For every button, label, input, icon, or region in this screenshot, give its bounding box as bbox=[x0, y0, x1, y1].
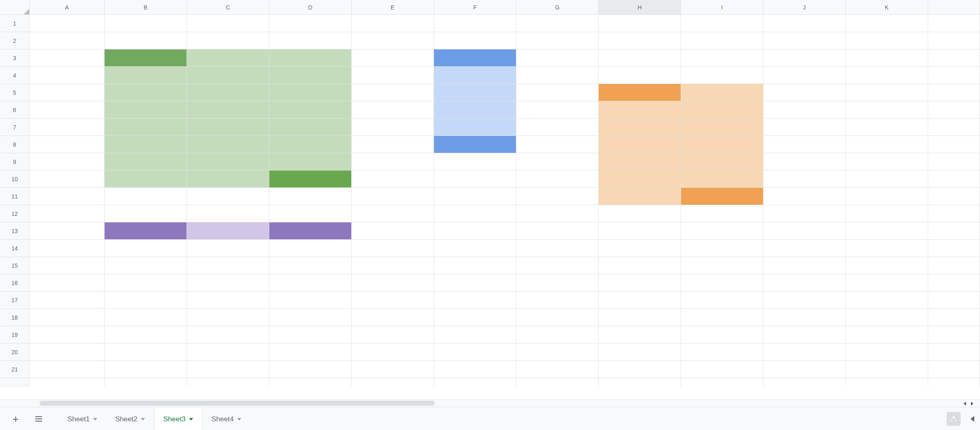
cell[interactable] bbox=[599, 67, 681, 84]
cell[interactable] bbox=[681, 32, 763, 49]
cell[interactable] bbox=[434, 84, 516, 101]
cell[interactable] bbox=[846, 171, 928, 188]
row-header[interactable]: 9 bbox=[0, 153, 30, 171]
cell[interactable] bbox=[763, 32, 846, 49]
cell[interactable] bbox=[846, 101, 928, 119]
cell[interactable] bbox=[763, 101, 846, 119]
cell[interactable] bbox=[681, 344, 763, 361]
cell[interactable] bbox=[352, 49, 434, 67]
cell[interactable] bbox=[928, 84, 980, 101]
cell[interactable] bbox=[763, 15, 846, 32]
horizontal-scroll-track[interactable] bbox=[30, 400, 961, 407]
row-header[interactable]: 8 bbox=[0, 136, 30, 153]
cell[interactable] bbox=[681, 292, 763, 309]
cell[interactable] bbox=[681, 84, 763, 101]
cell[interactable] bbox=[846, 153, 928, 171]
cell[interactable] bbox=[269, 15, 352, 32]
cell[interactable] bbox=[105, 171, 187, 188]
cell[interactable] bbox=[352, 309, 434, 326]
cell[interactable] bbox=[105, 101, 187, 119]
cell[interactable] bbox=[30, 32, 105, 49]
row-header[interactable]: 15 bbox=[0, 257, 30, 274]
cell[interactable] bbox=[928, 153, 980, 171]
cell[interactable] bbox=[105, 378, 187, 386]
cell[interactable] bbox=[763, 326, 846, 344]
cell[interactable] bbox=[763, 171, 846, 188]
cell[interactable] bbox=[105, 153, 187, 171]
cell[interactable] bbox=[516, 119, 599, 136]
cell[interactable] bbox=[928, 292, 980, 309]
cell[interactable] bbox=[352, 101, 434, 119]
cell[interactable] bbox=[269, 257, 352, 274]
cell[interactable] bbox=[269, 49, 352, 67]
cell[interactable] bbox=[763, 67, 846, 84]
cell[interactable] bbox=[187, 205, 269, 222]
cell[interactable] bbox=[928, 326, 980, 344]
cell[interactable] bbox=[681, 240, 763, 257]
cell[interactable] bbox=[187, 84, 269, 101]
cell[interactable] bbox=[928, 67, 980, 84]
cell[interactable] bbox=[763, 153, 846, 171]
cell[interactable] bbox=[763, 309, 846, 326]
cell[interactable] bbox=[352, 171, 434, 188]
cell[interactable] bbox=[928, 49, 980, 67]
cell[interactable] bbox=[681, 205, 763, 222]
chevron-down-icon[interactable] bbox=[189, 418, 193, 421]
cell[interactable] bbox=[763, 119, 846, 136]
cell[interactable] bbox=[187, 344, 269, 361]
cell[interactable] bbox=[434, 240, 516, 257]
cell[interactable] bbox=[516, 153, 599, 171]
cell[interactable] bbox=[30, 67, 105, 84]
cell[interactable] bbox=[269, 153, 352, 171]
cell[interactable] bbox=[846, 49, 928, 67]
row-header[interactable]: 20 bbox=[0, 344, 30, 361]
cell[interactable] bbox=[269, 240, 352, 257]
cell[interactable] bbox=[30, 119, 105, 136]
cell[interactable] bbox=[434, 188, 516, 205]
cell[interactable] bbox=[352, 274, 434, 292]
cell[interactable] bbox=[516, 32, 599, 49]
chevron-down-icon[interactable] bbox=[93, 418, 97, 421]
cell[interactable] bbox=[352, 119, 434, 136]
cell[interactable] bbox=[599, 49, 681, 67]
row-header[interactable]: 13 bbox=[0, 222, 30, 240]
cell[interactable] bbox=[516, 361, 599, 378]
cell[interactable] bbox=[269, 101, 352, 119]
cell[interactable] bbox=[681, 49, 763, 67]
cell[interactable] bbox=[928, 205, 980, 222]
cell[interactable] bbox=[30, 292, 105, 309]
cell[interactable] bbox=[599, 378, 681, 386]
cell[interactable] bbox=[928, 119, 980, 136]
row-header[interactable]: 10 bbox=[0, 171, 30, 188]
cell[interactable] bbox=[599, 136, 681, 153]
cell[interactable] bbox=[599, 257, 681, 274]
cell[interactable] bbox=[30, 274, 105, 292]
cell[interactable] bbox=[434, 361, 516, 378]
cell[interactable] bbox=[928, 257, 980, 274]
cell[interactable] bbox=[928, 171, 980, 188]
cell[interactable] bbox=[846, 240, 928, 257]
cell[interactable] bbox=[30, 240, 105, 257]
cell[interactable] bbox=[599, 171, 681, 188]
cell[interactable] bbox=[846, 136, 928, 153]
row-header[interactable]: 18 bbox=[0, 309, 30, 326]
sheet-tab[interactable]: Sheet2 bbox=[106, 407, 154, 430]
cell[interactable] bbox=[30, 257, 105, 274]
cell[interactable] bbox=[846, 326, 928, 344]
cell[interactable] bbox=[599, 344, 681, 361]
cell[interactable] bbox=[516, 205, 599, 222]
cell[interactable] bbox=[516, 326, 599, 344]
row-header[interactable]: 5 bbox=[0, 84, 30, 101]
column-header[interactable]: J bbox=[763, 0, 846, 15]
cell[interactable] bbox=[30, 101, 105, 119]
cell[interactable] bbox=[763, 361, 846, 378]
column-header[interactable]: C bbox=[187, 0, 269, 15]
cell[interactable] bbox=[434, 153, 516, 171]
cell[interactable] bbox=[269, 222, 352, 240]
cell[interactable] bbox=[846, 205, 928, 222]
cell[interactable] bbox=[352, 32, 434, 49]
cell[interactable] bbox=[516, 49, 599, 67]
cell[interactable] bbox=[30, 309, 105, 326]
cell[interactable] bbox=[599, 188, 681, 205]
cell[interactable] bbox=[105, 136, 187, 153]
